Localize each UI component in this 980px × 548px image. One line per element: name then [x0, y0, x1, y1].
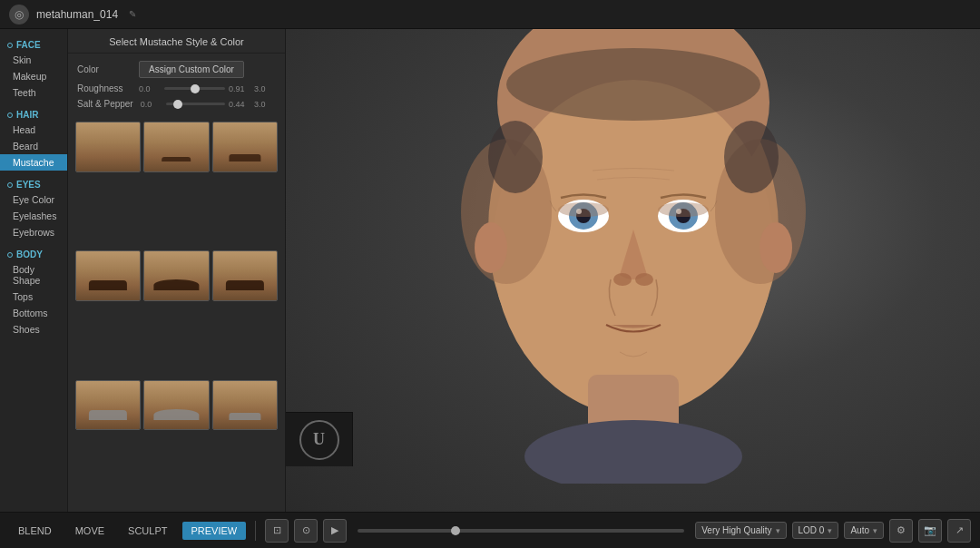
lod-label: LOD 0	[799, 525, 825, 535]
svg-point-21	[488, 121, 543, 193]
sidebar-item-bodyshape[interactable]: Body Shape	[0, 261, 67, 289]
mustache-thumb-gray-handlebar	[144, 381, 208, 430]
sidebar: FACE Skin Makeup Teeth HAIR Head Beard M…	[0, 29, 68, 512]
sidebar-item-eyelashes[interactable]: Eyelashes	[0, 208, 67, 224]
auto-label: Auto	[850, 525, 869, 535]
export-icon-btn[interactable]: ↗	[947, 519, 971, 543]
roughness-row: Roughness 0.0 0.91 3.0	[77, 83, 276, 93]
roughness-track[interactable]	[164, 87, 225, 90]
salt-val: 0.44	[229, 100, 250, 109]
sidebar-section-eyes: EYES	[0, 176, 67, 191]
sculpt-button[interactable]: SCULPT	[119, 522, 176, 540]
sidebar-item-beard[interactable]: Beard	[0, 138, 67, 154]
timeline-scrubber[interactable]	[451, 526, 460, 535]
bottom-bar: BLEND MOVE SCULPT PREVIEW ⊡ ⊙ ▶ Very Hig…	[0, 512, 980, 548]
mustache-option-handlebar[interactable]	[143, 250, 209, 301]
top-bar: ◎ metahuman_014 ✎	[0, 0, 980, 29]
roughness-thumb[interactable]	[191, 84, 200, 93]
panel-controls: Color Assign Custom Color Roughness 0.0 …	[68, 54, 285, 116]
auto-dropdown[interactable]: Auto	[844, 522, 884, 539]
screenshot-icon-btn[interactable]: 📷	[918, 519, 942, 543]
mustache-thumb-handlebar	[144, 251, 208, 300]
salt-label: Salt & Pepper	[77, 99, 133, 109]
settings-icon-btn[interactable]: ⚙	[889, 519, 913, 543]
timeline-area[interactable]	[358, 529, 684, 533]
sidebar-section-face: FACE	[0, 36, 67, 52]
blend-button[interactable]: BLEND	[9, 522, 61, 540]
mustache-option-gray-thick[interactable]	[75, 380, 141, 431]
quality-dropdown[interactable]: Very High Quality	[695, 522, 786, 539]
sidebar-item-teeth[interactable]: Teeth	[0, 84, 67, 101]
color-label: Color	[77, 64, 132, 74]
assign-color-button[interactable]: Assign Custom Color	[139, 61, 244, 78]
hair-section-dot	[7, 113, 13, 118]
sidebar-section-hair: HAIR	[0, 106, 67, 122]
mustache-option-thin[interactable]	[143, 122, 209, 172]
sidebar-item-shoes[interactable]: Shoes	[0, 321, 67, 338]
frame-icon-btn[interactable]: ⊡	[265, 519, 289, 543]
svg-point-19	[613, 273, 632, 286]
svg-point-6	[760, 222, 792, 273]
color-row: Color Assign Custom Color	[77, 61, 276, 78]
mustache-option-gray-classic[interactable]	[212, 380, 278, 431]
mustache-panel: Select Mustache Style & Color Color Assi…	[68, 29, 286, 512]
sidebar-item-head[interactable]: Head	[0, 122, 67, 138]
roughness-slider-container: 0.0 0.91 3.0	[139, 84, 276, 93]
mustache-grid	[68, 116, 285, 512]
sidebar-item-tops[interactable]: Tops	[0, 289, 67, 305]
mustache-thumb-gray-thick	[76, 381, 140, 430]
salt-max: 3.0	[254, 100, 276, 109]
sidebar-item-eyecolor[interactable]: Eye Color	[0, 191, 67, 208]
ue-logo[interactable]: U	[286, 412, 353, 466]
salt-slider-container: 0.0 0.44 3.0	[141, 100, 276, 109]
roughness-min: 0.0	[139, 84, 161, 93]
viewport: U	[286, 29, 980, 512]
roughness-val: 0.91	[229, 84, 250, 93]
roughness-label: Roughness	[77, 83, 132, 93]
svg-point-8	[524, 420, 742, 484]
face-section-dot	[7, 43, 13, 48]
eyes-section-dot	[7, 182, 13, 188]
edit-title-icon[interactable]: ✎	[129, 9, 136, 19]
play-back-btn[interactable]: ⊙	[294, 519, 318, 543]
mustache-option-thick[interactable]	[75, 250, 141, 301]
sidebar-item-eyebrows[interactable]: Eyebrows	[0, 224, 67, 240]
play-fwd-btn[interactable]: ▶	[323, 519, 347, 543]
move-button[interactable]: MOVE	[66, 522, 113, 540]
salt-pepper-row: Salt & Pepper 0.0 0.44 3.0	[77, 99, 276, 109]
metahuman-face	[286, 29, 980, 466]
mustache-thumb-thin	[144, 122, 208, 171]
svg-point-20	[635, 273, 653, 286]
mustache-thumb-thick	[76, 251, 140, 300]
sidebar-item-skin[interactable]: Skin	[0, 52, 67, 68]
svg-point-23	[506, 48, 760, 121]
mustache-thumb-classic	[213, 122, 277, 171]
separator-1	[255, 521, 256, 541]
svg-point-22	[724, 121, 779, 193]
sidebar-section-body: BODY	[0, 246, 67, 261]
document-title: metahuman_014	[36, 8, 118, 21]
mustache-option-gray-handlebar[interactable]	[143, 380, 209, 431]
salt-thumb[interactable]	[173, 100, 182, 109]
salt-min: 0.0	[141, 100, 162, 109]
mustache-thumb-full	[213, 251, 277, 300]
svg-point-17	[558, 202, 609, 217]
main-area: FACE Skin Makeup Teeth HAIR Head Beard M…	[0, 29, 980, 512]
mustache-option-full[interactable]	[212, 250, 278, 301]
mustache-option-none[interactable]	[75, 122, 141, 172]
body-section-dot	[7, 252, 13, 258]
preview-button[interactable]: PREVIEW	[182, 522, 247, 540]
app-icon: ◎	[9, 5, 29, 24]
mustache-option-classic[interactable]	[212, 122, 278, 172]
sidebar-item-makeup[interactable]: Makeup	[0, 68, 67, 84]
sidebar-item-bottoms[interactable]: Bottoms	[0, 305, 67, 321]
roughness-max: 3.0	[254, 84, 276, 93]
svg-point-5	[475, 222, 507, 273]
mustache-thumb-none	[76, 122, 140, 171]
svg-point-18	[658, 202, 709, 217]
sidebar-item-mustache[interactable]: Mustache	[0, 154, 67, 171]
quality-label: Very High Quality	[701, 525, 771, 535]
mustache-thumb-gray-classic	[213, 381, 277, 430]
salt-track[interactable]	[166, 103, 225, 105]
lod-dropdown[interactable]: LOD 0	[792, 522, 839, 539]
